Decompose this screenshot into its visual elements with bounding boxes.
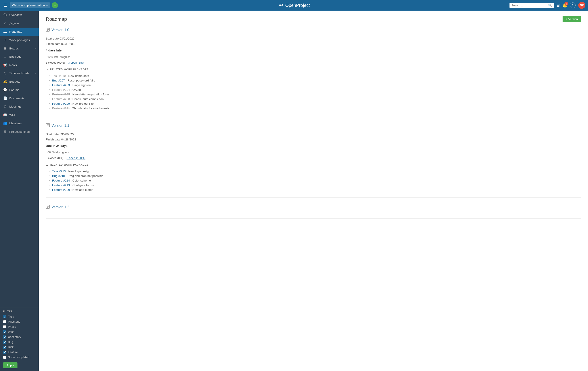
page-title: Roadmap: [46, 16, 67, 22]
filter-checkbox-risk[interactable]: [3, 346, 6, 349]
version-link-v1_1[interactable]: Version 1.1: [52, 124, 69, 128]
filter-label-wish[interactable]: Wish: [8, 330, 14, 333]
sidebar-item-meetings[interactable]: 🗓 Meetings: [0, 102, 39, 111]
filter-checkbox-wish[interactable]: [3, 330, 6, 333]
filter-checkbox-show-completed[interactable]: [3, 356, 6, 359]
work-package-item: Task #213 : New logo design: [49, 169, 581, 174]
sidebar-item-budgets[interactable]: 💰 Budgets: [0, 77, 39, 86]
activity-icon: ✓: [3, 21, 7, 25]
grid-icon: ⊞: [556, 3, 560, 8]
filter-label-user-story[interactable]: User story: [8, 335, 21, 339]
sidebar-item-roadmap[interactable]: ▬ Roadmap: [0, 28, 39, 36]
open-stat[interactable]: 5 open (100%): [67, 156, 85, 160]
wp-link-Feature209[interactable]: Feature #209: [52, 102, 70, 105]
sidebar-item-activity[interactable]: ✓ Activity: [0, 19, 39, 28]
sidebar-label-boards: Boards: [9, 47, 19, 50]
filter-label-phase[interactable]: Phase: [8, 325, 16, 328]
sidebar-item-backlogs[interactable]: ≡ Backlogs: [0, 52, 39, 61]
add-version-button[interactable]: + Version: [563, 16, 581, 22]
wp-link-Task213[interactable]: Task #213: [52, 170, 66, 173]
sidebar-item-members[interactable]: 👥 Members: [0, 119, 39, 127]
sidebar-item-work-packages[interactable]: ⊞ Work packages ›: [0, 36, 39, 44]
time-costs-icon: ⏱: [3, 71, 7, 75]
work-package-item: Feature #208 : Enable auto completion: [49, 97, 581, 101]
sidebar-label-wiki: Wiki: [9, 113, 15, 117]
wp-link-Feature205[interactable]: Feature #205: [52, 93, 70, 96]
sidebar-item-news[interactable]: 📢 News: [0, 61, 39, 69]
version-section-v1_2: Version 1.2: [46, 205, 581, 219]
wp-link-Feature204[interactable]: Feature #204: [52, 88, 70, 91]
stats-row-v1_1: 0 closed (0%) 5 open (100%): [46, 156, 581, 160]
wp-link-Feature214[interactable]: Feature #214: [52, 179, 70, 182]
version-link-v1_2[interactable]: Version 1.2: [52, 205, 69, 209]
top-header: ☰ Website implementation ▾ + OpenProject…: [0, 0, 588, 10]
filter-label-milestone[interactable]: Milestone: [8, 320, 20, 323]
help-icon: ?: [572, 4, 573, 7]
sidebar-item-wiki[interactable]: 📖 Wiki ›: [0, 111, 39, 119]
related-work-packages-header[interactable]: ▲ RELATED WORK PACKAGES: [46, 163, 581, 166]
sidebar-item-documents[interactable]: 📄 Documents: [0, 94, 39, 102]
backlogs-icon: ≡: [3, 55, 7, 59]
filter-label-feature[interactable]: Feature: [8, 351, 18, 354]
header-center: OpenProject: [197, 2, 391, 9]
wp-description: : New add button: [71, 188, 93, 191]
help-button[interactable]: ?: [570, 2, 576, 8]
sidebar-label-project-settings: Project settings: [9, 130, 30, 133]
work-package-item: Feature #204 : OAuth: [49, 88, 581, 92]
sidebar-item-project-settings[interactable]: ⚙ Project settings ›: [0, 127, 39, 136]
version-link-v1_0[interactable]: Version 1.0: [52, 28, 69, 32]
filter-checkbox-bug[interactable]: [3, 341, 6, 344]
add-button[interactable]: +: [52, 2, 58, 8]
wp-link-Feature220[interactable]: Feature #220: [52, 188, 70, 191]
arrow-icon: ›: [35, 130, 36, 133]
sidebar-item-time-costs[interactable]: ⏱ Time and costs ›: [0, 69, 39, 77]
closed-stat: 5 closed (62%): [46, 61, 65, 64]
filter-checkbox-task[interactable]: [3, 315, 6, 318]
notifications-button[interactable]: 🔔 4: [562, 3, 567, 8]
members-icon: 👥: [3, 121, 7, 125]
work-package-item: Bug #218 : Drag and drop not possible: [49, 174, 581, 178]
sidebar-item-boards[interactable]: ⊟ Boards ›: [0, 44, 39, 52]
wp-description: : Configure forms: [71, 183, 94, 187]
overview-icon: ⓘ: [3, 13, 7, 17]
search-icon-button[interactable]: 🔍: [548, 4, 552, 7]
wp-link-Feature208[interactable]: Feature #208: [52, 97, 70, 101]
related-work-packages-header[interactable]: ▲ RELATED WORK PACKAGES: [46, 68, 581, 71]
sidebar-label-roadmap: Roadmap: [9, 30, 22, 33]
filter-item-feature: Feature: [3, 351, 36, 354]
filter-label-show-completed[interactable]: Show completed ...: [8, 356, 32, 359]
sidebar-label-budgets: Budgets: [9, 80, 20, 83]
filter-checkbox-user-story[interactable]: [3, 335, 6, 339]
filter-checkbox-milestone[interactable]: [3, 320, 6, 323]
filter-checkbox-feature[interactable]: [3, 351, 6, 354]
svg-point-0: [279, 4, 281, 6]
avatar-button[interactable]: OP: [578, 2, 585, 9]
closed-stat: 0 closed (0%): [46, 156, 63, 160]
open-stat[interactable]: 3 open (38%): [68, 61, 85, 64]
sidebar-item-overview[interactable]: ⓘ Overview: [0, 10, 39, 19]
project-selector[interactable]: Website implementation ▾: [10, 2, 50, 8]
wp-link-Feature203[interactable]: Feature #203: [52, 83, 70, 87]
news-icon: 📢: [3, 63, 7, 67]
wp-description: : Color scheme: [71, 179, 91, 182]
arrow-icon: ›: [35, 72, 36, 75]
filter-label-risk[interactable]: Risk: [8, 345, 13, 349]
search-input[interactable]: [511, 4, 547, 7]
sidebar-label-forums: Forums: [9, 88, 20, 92]
wp-link-Feature211[interactable]: Feature #211: [52, 107, 70, 110]
filter-checkbox-phase[interactable]: [3, 325, 6, 328]
hamburger-button[interactable]: ☰: [3, 2, 8, 9]
wp-link-Bug218[interactable]: Bug #218: [52, 174, 65, 178]
grid-button[interactable]: ⊞: [556, 3, 560, 8]
logo-icon: [278, 2, 284, 9]
wp-link-Feature219[interactable]: Feature #219: [52, 183, 70, 187]
filter-label-task[interactable]: Task: [8, 315, 14, 318]
wp-link-Task210[interactable]: Task #210: [52, 74, 66, 78]
search-box: 🔍: [510, 3, 554, 8]
sidebar-item-forums[interactable]: 💬 Forums: [0, 86, 39, 94]
filter-label-bug[interactable]: Bug: [8, 340, 13, 344]
wp-link-Bug207[interactable]: Bug #207: [52, 79, 65, 82]
sidebar-label-documents: Documents: [9, 97, 24, 100]
apply-filter-button[interactable]: Apply: [3, 362, 18, 368]
version-icon: [46, 205, 50, 210]
